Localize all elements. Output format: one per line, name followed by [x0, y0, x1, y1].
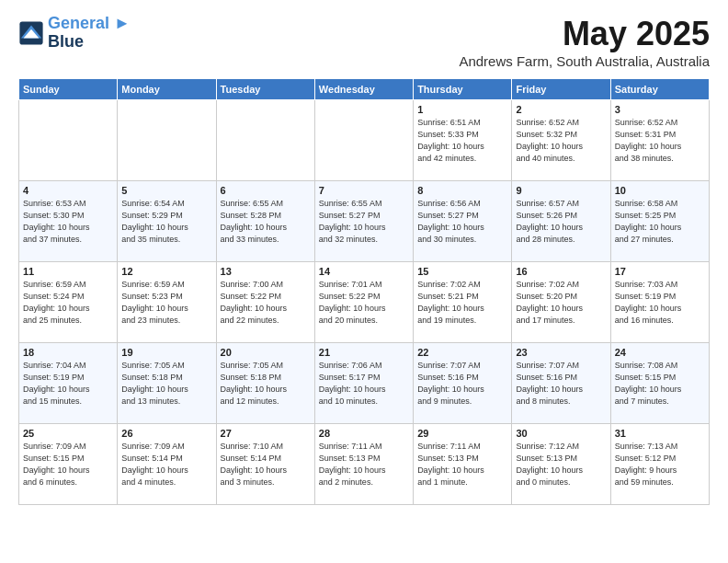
cell-content: Sunrise: 6:55 AMSunset: 5:28 PMDaylight:… — [221, 198, 311, 246]
day-number: 27 — [221, 428, 311, 439]
day-number: 22 — [417, 347, 507, 358]
cell-content: Sunrise: 7:11 AMSunset: 5:13 PMDaylight:… — [319, 441, 409, 488]
calendar-cell: 4Sunrise: 6:53 AMSunset: 5:30 PMDaylight… — [19, 181, 118, 262]
cell-content: Sunrise: 7:03 AMSunset: 5:19 PMDaylight:… — [615, 279, 705, 327]
cell-content: Sunrise: 7:09 AMSunset: 5:15 PMDaylight:… — [23, 441, 113, 488]
calendar-cell: 26Sunrise: 7:09 AMSunset: 5:14 PMDayligh… — [118, 424, 216, 505]
day-number: 9 — [516, 185, 606, 196]
day-number: 4 — [23, 185, 113, 196]
week-row-5: 25Sunrise: 7:09 AMSunset: 5:15 PMDayligh… — [19, 424, 710, 505]
logo-blue: ► — [109, 14, 131, 32]
calendar-cell: 10Sunrise: 6:58 AMSunset: 5:25 PMDayligh… — [610, 181, 709, 262]
header-saturday: Saturday — [610, 79, 709, 100]
day-number: 25 — [23, 428, 113, 439]
cell-content: Sunrise: 7:12 AMSunset: 5:13 PMDaylight:… — [516, 441, 606, 488]
calendar-cell: 13Sunrise: 7:00 AMSunset: 5:22 PMDayligh… — [216, 262, 314, 343]
calendar-cell: 30Sunrise: 7:12 AMSunset: 5:13 PMDayligh… — [512, 424, 610, 505]
day-number: 6 — [221, 185, 311, 196]
calendar-cell: 3Sunrise: 6:52 AMSunset: 5:31 PMDaylight… — [610, 100, 709, 181]
calendar-cell: 28Sunrise: 7:11 AMSunset: 5:13 PMDayligh… — [314, 424, 413, 505]
week-row-1: 1Sunrise: 6:51 AMSunset: 5:33 PMDaylight… — [19, 100, 710, 181]
cell-content: Sunrise: 7:04 AMSunset: 5:19 PMDaylight:… — [23, 360, 113, 408]
cell-content: Sunrise: 7:09 AMSunset: 5:14 PMDaylight:… — [121, 441, 211, 488]
header-friday: Friday — [512, 79, 610, 100]
calendar-cell: 15Sunrise: 7:02 AMSunset: 5:21 PMDayligh… — [414, 262, 512, 343]
day-number: 14 — [319, 266, 409, 277]
day-number: 18 — [23, 347, 113, 358]
cell-content: Sunrise: 7:10 AMSunset: 5:14 PMDaylight:… — [221, 441, 311, 488]
day-number: 12 — [121, 266, 211, 277]
calendar-cell: 8Sunrise: 6:56 AMSunset: 5:27 PMDaylight… — [414, 181, 512, 262]
cell-content: Sunrise: 7:05 AMSunset: 5:18 PMDaylight:… — [121, 360, 211, 408]
calendar-cell — [314, 100, 413, 181]
day-number: 17 — [615, 266, 705, 277]
title-block: May 2025 Andrews Farm, South Australia, … — [459, 15, 710, 69]
header-thursday: Thursday — [414, 79, 512, 100]
cell-content: Sunrise: 6:53 AMSunset: 5:30 PMDaylight:… — [23, 198, 113, 246]
calendar-cell: 22Sunrise: 7:07 AMSunset: 5:16 PMDayligh… — [414, 343, 512, 424]
calendar-cell: 11Sunrise: 6:59 AMSunset: 5:24 PMDayligh… — [19, 262, 118, 343]
calendar-cell: 9Sunrise: 6:57 AMSunset: 5:26 PMDaylight… — [512, 181, 610, 262]
day-number: 15 — [417, 266, 507, 277]
calendar-cell: 14Sunrise: 7:01 AMSunset: 5:22 PMDayligh… — [314, 262, 413, 343]
cell-content: Sunrise: 6:57 AMSunset: 5:26 PMDaylight:… — [516, 198, 606, 246]
calendar-cell: 27Sunrise: 7:10 AMSunset: 5:14 PMDayligh… — [216, 424, 314, 505]
calendar-cell — [19, 100, 118, 181]
day-number: 31 — [615, 428, 705, 439]
month-title: May 2025 — [459, 15, 710, 53]
cell-content: Sunrise: 7:05 AMSunset: 5:18 PMDaylight:… — [221, 360, 311, 408]
cell-content: Sunrise: 6:55 AMSunset: 5:27 PMDaylight:… — [319, 198, 409, 246]
calendar-cell: 24Sunrise: 7:08 AMSunset: 5:15 PMDayligh… — [610, 343, 709, 424]
cell-content: Sunrise: 7:07 AMSunset: 5:16 PMDaylight:… — [417, 360, 507, 408]
day-number: 11 — [23, 266, 113, 277]
calendar-cell: 29Sunrise: 7:11 AMSunset: 5:13 PMDayligh… — [414, 424, 512, 505]
calendar-cell: 16Sunrise: 7:02 AMSunset: 5:20 PMDayligh… — [512, 262, 610, 343]
day-number: 7 — [319, 185, 409, 196]
cell-content: Sunrise: 6:52 AMSunset: 5:31 PMDaylight:… — [615, 117, 705, 165]
calendar-cell: 19Sunrise: 7:05 AMSunset: 5:18 PMDayligh… — [118, 343, 216, 424]
logo: General ► Blue — [18, 15, 131, 52]
calendar-cell: 17Sunrise: 7:03 AMSunset: 5:19 PMDayligh… — [610, 262, 709, 343]
cell-content: Sunrise: 7:01 AMSunset: 5:22 PMDaylight:… — [319, 279, 409, 327]
cell-content: Sunrise: 7:02 AMSunset: 5:20 PMDaylight:… — [516, 279, 606, 327]
cell-content: Sunrise: 7:07 AMSunset: 5:16 PMDaylight:… — [516, 360, 606, 408]
week-row-4: 18Sunrise: 7:04 AMSunset: 5:19 PMDayligh… — [19, 343, 710, 424]
calendar-cell: 23Sunrise: 7:07 AMSunset: 5:16 PMDayligh… — [512, 343, 610, 424]
day-number: 23 — [516, 347, 606, 358]
header-sunday: Sunday — [19, 79, 118, 100]
header-tuesday: Tuesday — [216, 79, 314, 100]
calendar-cell: 2Sunrise: 6:52 AMSunset: 5:32 PMDaylight… — [512, 100, 610, 181]
logo-icon — [18, 20, 44, 46]
day-number: 8 — [417, 185, 507, 196]
cell-content: Sunrise: 6:56 AMSunset: 5:27 PMDaylight:… — [417, 198, 507, 246]
header-row: SundayMondayTuesdayWednesdayThursdayFrid… — [19, 79, 710, 100]
logo-text: General ► Blue — [48, 15, 131, 52]
cell-content: Sunrise: 7:11 AMSunset: 5:13 PMDaylight:… — [417, 441, 507, 488]
logo-general: General — [48, 14, 109, 32]
day-number: 16 — [516, 266, 606, 277]
calendar-cell: 21Sunrise: 7:06 AMSunset: 5:17 PMDayligh… — [314, 343, 413, 424]
week-row-3: 11Sunrise: 6:59 AMSunset: 5:24 PMDayligh… — [19, 262, 710, 343]
calendar-cell: 5Sunrise: 6:54 AMSunset: 5:29 PMDaylight… — [118, 181, 216, 262]
calendar-cell — [216, 100, 314, 181]
cell-content: Sunrise: 7:08 AMSunset: 5:15 PMDaylight:… — [615, 360, 705, 408]
day-number: 26 — [121, 428, 211, 439]
cell-content: Sunrise: 6:58 AMSunset: 5:25 PMDaylight:… — [615, 198, 705, 246]
day-number: 30 — [516, 428, 606, 439]
calendar-cell: 25Sunrise: 7:09 AMSunset: 5:15 PMDayligh… — [19, 424, 118, 505]
cell-content: Sunrise: 7:02 AMSunset: 5:21 PMDaylight:… — [417, 279, 507, 327]
day-number: 1 — [417, 104, 507, 115]
day-number: 20 — [221, 347, 311, 358]
day-number: 24 — [615, 347, 705, 358]
cell-content: Sunrise: 6:59 AMSunset: 5:23 PMDaylight:… — [121, 279, 211, 327]
calendar-cell: 12Sunrise: 6:59 AMSunset: 5:23 PMDayligh… — [118, 262, 216, 343]
cell-content: Sunrise: 7:00 AMSunset: 5:22 PMDaylight:… — [221, 279, 311, 327]
calendar-cell — [118, 100, 216, 181]
day-number: 2 — [516, 104, 606, 115]
header: General ► Blue May 2025 Andrews Farm, So… — [18, 15, 710, 69]
logo-blue-text: Blue — [48, 33, 131, 52]
week-row-2: 4Sunrise: 6:53 AMSunset: 5:30 PMDaylight… — [19, 181, 710, 262]
day-number: 3 — [615, 104, 705, 115]
cell-content: Sunrise: 6:52 AMSunset: 5:32 PMDaylight:… — [516, 117, 606, 165]
day-number: 29 — [417, 428, 507, 439]
